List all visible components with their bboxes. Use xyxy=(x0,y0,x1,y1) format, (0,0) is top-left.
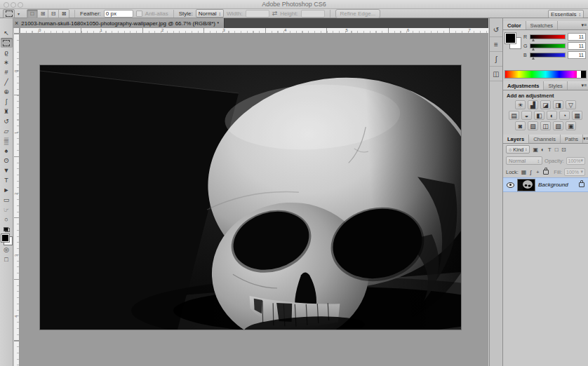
blend-mode-dropdown[interactable]: Normal ↕ xyxy=(506,156,542,165)
close-tab-icon[interactable]: × xyxy=(15,20,18,27)
slider-thumb-icon[interactable] xyxy=(532,39,535,41)
clone-stamp-tool[interactable]: ♜ xyxy=(1,107,13,116)
tab-channels[interactable]: Channels xyxy=(529,135,561,143)
workspace-switcher[interactable]: Essentials ↕ xyxy=(548,10,584,18)
filter-shape-layers-icon[interactable]: □ xyxy=(553,147,560,153)
channel-mixer-icon[interactable]: ◔ xyxy=(559,111,570,120)
slider-thumb-icon[interactable] xyxy=(532,57,535,60)
lasso-tool[interactable]: ϱ xyxy=(1,48,13,57)
history-brush-tool[interactable]: ↺ xyxy=(1,116,13,126)
slider-thumb-icon[interactable] xyxy=(532,48,535,50)
color-swatches-widget[interactable] xyxy=(505,33,521,48)
tab-swatches[interactable]: Swatches xyxy=(526,21,559,29)
style-dropdown[interactable]: Normal ↕ xyxy=(196,9,224,18)
channel-value-field[interactable]: 11 xyxy=(568,42,586,50)
anti-alias-checkbox[interactable] xyxy=(136,11,142,17)
hand-tool[interactable]: ☞ xyxy=(1,205,13,215)
color-spectrum-ramp[interactable] xyxy=(505,70,587,79)
levels-icon[interactable]: ▟ xyxy=(528,100,538,109)
layer-thumbnail[interactable] xyxy=(517,179,535,191)
horizontal-ruler[interactable]: 01234567 xyxy=(20,28,488,34)
opacity-field[interactable]: 100% ▾ xyxy=(566,157,585,165)
eraser-tool[interactable]: ▱ xyxy=(1,126,13,136)
tab-layers[interactable]: Layers xyxy=(503,135,529,143)
filter-adjustment-layers-icon[interactable]: ◐ xyxy=(539,147,546,153)
default-colors-icon[interactable] xyxy=(4,227,10,232)
lock-all-icon[interactable] xyxy=(543,170,549,175)
rectangle-tool[interactable]: ▭ xyxy=(1,195,13,205)
threshold-icon[interactable]: ◫ xyxy=(540,121,551,130)
brightness-contrast-icon[interactable]: ☀ xyxy=(515,100,526,109)
gradient-map-icon[interactable]: ▧ xyxy=(553,121,563,130)
move-tool[interactable]: ↖ xyxy=(1,28,13,38)
invert-icon[interactable]: ◙ xyxy=(515,121,526,130)
color-balance-icon[interactable]: ◒ xyxy=(521,111,532,120)
quick-mask-button[interactable]: ◎ xyxy=(1,245,13,255)
screen-mode-button[interactable]: □ xyxy=(1,255,13,264)
dodge-tool[interactable]: ʘ xyxy=(1,156,13,165)
window-close-button[interactable] xyxy=(4,2,9,8)
toolbar-color-swatches[interactable] xyxy=(1,234,12,245)
filter-smart-objects-icon[interactable]: ⊡ xyxy=(560,147,567,153)
width-input[interactable] xyxy=(246,10,269,18)
intersect-selection-button[interactable]: ⊠ xyxy=(59,10,69,18)
layer-visibility-eye-icon[interactable] xyxy=(507,182,514,188)
fill-field[interactable]: 100% ▾ xyxy=(564,168,585,176)
path-selection-tool[interactable]: ► xyxy=(1,185,13,195)
vibrance-icon[interactable]: ▽ xyxy=(566,100,576,109)
panel-menu-icon[interactable]: ▾≡ xyxy=(581,81,588,90)
window-zoom-button[interactable] xyxy=(18,2,23,8)
black-white-icon[interactable]: ◧ xyxy=(534,111,544,120)
document-image-skull-photo[interactable] xyxy=(40,65,461,330)
layer-row-background[interactable]: Background xyxy=(503,177,588,192)
channel-value-field[interactable]: 11 xyxy=(568,51,586,59)
document-tab[interactable]: × 21003-human-skull-1680x1050-photograph… xyxy=(10,18,225,28)
vertical-ruler[interactable]: 01234 xyxy=(14,34,20,366)
selective-color-icon[interactable]: ▣ xyxy=(566,121,576,130)
channel-track[interactable] xyxy=(530,43,566,48)
swap-dimensions-icon[interactable]: ⇄ xyxy=(272,10,278,17)
filter-type-layers-icon[interactable]: T xyxy=(546,147,553,153)
type-tool[interactable]: T xyxy=(1,175,13,185)
hue-saturation-icon[interactable]: ▤ xyxy=(509,111,519,120)
window-minimize-button[interactable] xyxy=(11,2,16,8)
tab-styles[interactable]: Styles xyxy=(544,81,567,90)
tab-paths[interactable]: Paths xyxy=(561,135,583,143)
subtract-from-selection-button[interactable]: ⊟ xyxy=(48,10,59,18)
clone-source-panel-icon[interactable]: ◫ xyxy=(490,67,502,81)
filter-pixel-layers-icon[interactable]: ▣ xyxy=(532,147,539,153)
panel-menu-icon[interactable]: ▾≡ xyxy=(581,21,588,29)
add-to-selection-button[interactable]: ⊞ xyxy=(38,10,48,18)
pen-tool[interactable]: ▼ xyxy=(1,165,13,175)
posterize-icon[interactable]: ▨ xyxy=(528,121,538,130)
curves-icon[interactable]: ◪ xyxy=(540,100,551,109)
channel-track[interactable] xyxy=(530,34,566,39)
tab-color[interactable]: Color xyxy=(503,21,526,29)
tool-preset-picker[interactable] xyxy=(3,9,15,18)
rectangular-marquee-tool[interactable] xyxy=(1,38,13,48)
panel-menu-icon[interactable]: ▾≡ xyxy=(583,135,588,143)
refine-edge-button[interactable]: Refine Edge... xyxy=(335,9,381,18)
height-input[interactable] xyxy=(301,10,325,18)
spectrum-black-swatch[interactable] xyxy=(581,71,586,78)
lock-transparency-icon[interactable]: ▦ xyxy=(521,169,527,175)
spot-healing-brush-tool[interactable]: ⊕ xyxy=(1,87,13,97)
exposure-icon[interactable]: ◨ xyxy=(553,100,563,109)
color-lookup-icon[interactable]: ▦ xyxy=(572,111,582,120)
crop-tool[interactable]: # xyxy=(1,67,13,77)
quick-selection-tool[interactable]: ∗ xyxy=(1,57,13,67)
brush-tool[interactable]: ʃ xyxy=(1,97,13,107)
eyedropper-tool[interactable]: ╱ xyxy=(1,77,13,87)
properties-panel-icon[interactable]: ≡ xyxy=(490,37,502,52)
zoom-tool[interactable]: ○ xyxy=(1,215,13,224)
photo-filter-icon[interactable]: ◐ xyxy=(547,111,557,120)
tab-adjustments[interactable]: Adjustments xyxy=(503,81,544,90)
gradient-tool[interactable]: ▒ xyxy=(1,136,13,146)
blur-tool[interactable]: ♠ xyxy=(1,146,13,156)
channel-track[interactable] xyxy=(530,53,566,57)
new-selection-button[interactable]: □ xyxy=(27,10,38,18)
canvas-area[interactable] xyxy=(20,34,488,366)
layer-filter-kind-dropdown[interactable]: ○ Kind ↕ xyxy=(506,145,530,154)
lock-position-icon[interactable]: + xyxy=(535,169,541,175)
tool-preset-arrow-icon[interactable]: ▾ xyxy=(18,11,20,16)
